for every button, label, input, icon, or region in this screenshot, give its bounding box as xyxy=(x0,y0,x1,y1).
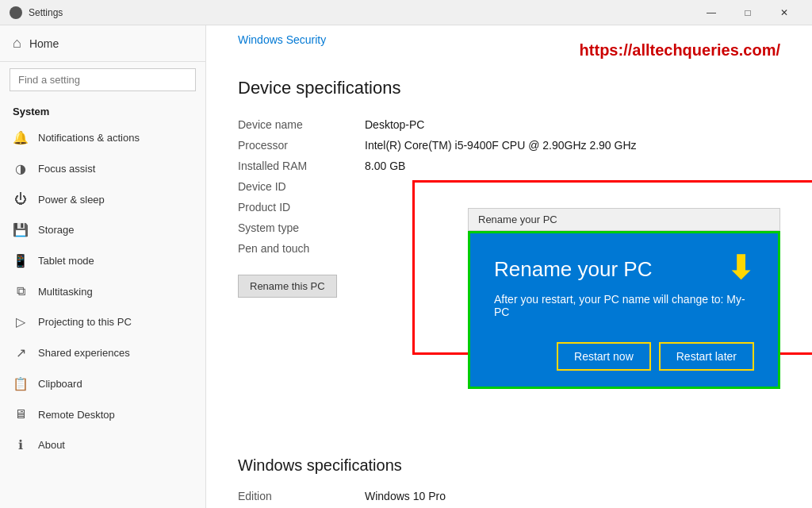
sidebar-item-multitasking[interactable]: ⧉ Multitasking xyxy=(0,276,205,306)
dialog-buttons: Restart now Restart later xyxy=(494,342,754,371)
spec-label: Device ID xyxy=(238,176,365,197)
storage-icon: 💾 xyxy=(13,222,29,237)
spec-label: Processor xyxy=(238,135,365,156)
sidebar-item-clipboard[interactable]: 📋 Clipboard xyxy=(0,368,205,399)
rename-dialog: Rename your PC ⬇ Rename your PC After yo… xyxy=(468,208,780,389)
sidebar-label-tablet: Tablet mode xyxy=(38,255,94,267)
title-bar: Settings — □ ✕ xyxy=(0,0,812,25)
spec-label: Device name xyxy=(238,114,365,135)
title-bar-text: Settings xyxy=(29,7,63,18)
sidebar-item-storage[interactable]: 💾 Storage xyxy=(0,214,205,245)
restart-later-button[interactable]: Restart later xyxy=(659,342,754,371)
spec-value: Desktop-PC xyxy=(365,114,780,135)
sidebar-label-shared: Shared experiences xyxy=(38,347,130,359)
arrow-icon: ⬇ xyxy=(727,249,754,286)
sidebar-label-about: About xyxy=(38,439,65,451)
windows-specs-title: Windows specifications xyxy=(238,456,780,475)
tablet-icon: 📱 xyxy=(13,253,29,268)
sidebar-label-focus: Focus assist xyxy=(38,163,95,175)
dialog-titlebar-text: Rename your PC xyxy=(478,214,557,225)
content-area: https://alltechqueries.com/ Windows Secu… xyxy=(206,25,812,508)
home-label: Home xyxy=(29,37,59,50)
spec-label: Product ID xyxy=(238,197,365,217)
maximize-button[interactable]: □ xyxy=(730,0,766,25)
search-input[interactable] xyxy=(10,68,196,91)
sidebar-label-projecting: Projecting to this PC xyxy=(38,316,132,328)
restart-now-button[interactable]: Restart now xyxy=(557,342,651,371)
app-container: ⌂ Home System 🔔 Notifications & actions … xyxy=(0,25,812,508)
spec-label: System type xyxy=(238,217,365,238)
sidebar-item-shared[interactable]: ↗ Shared experiences xyxy=(0,337,205,368)
minimize-button[interactable]: — xyxy=(693,0,730,25)
spec-value xyxy=(365,176,780,197)
spec-value: 8.00 GB xyxy=(365,156,780,176)
dialog-message: After you restart, your PC name will cha… xyxy=(494,293,754,318)
dialog-titlebar: Rename your PC xyxy=(468,208,780,231)
table-row: Installed RAM 8.00 GB xyxy=(238,156,780,176)
sidebar: ⌂ Home System 🔔 Notifications & actions … xyxy=(0,25,206,508)
spec-value: Windows 10 Pro xyxy=(365,486,780,506)
table-row: Edition Windows 10 Pro xyxy=(238,486,780,506)
table-row: Device name Desktop-PC xyxy=(238,114,780,135)
sidebar-label-notifications: Notifications & actions xyxy=(38,132,140,144)
sidebar-label-multitasking: Multitasking xyxy=(38,286,93,298)
focus-icon: ◑ xyxy=(13,161,29,176)
sidebar-item-focus[interactable]: ◑ Focus assist xyxy=(0,153,205,184)
spec-label: Pen and touch xyxy=(238,238,365,259)
dialog-body: ⬇ Rename your PC After you restart, your… xyxy=(468,231,780,389)
sidebar-section-title: System xyxy=(0,98,205,122)
dialog-title: Rename your PC xyxy=(494,257,754,282)
close-button[interactable]: ✕ xyxy=(766,0,802,25)
about-icon: ℹ xyxy=(13,437,29,452)
app-icon xyxy=(10,6,22,19)
spec-label: Edition xyxy=(238,486,365,506)
table-row: Processor Intel(R) Core(TM) i5-9400F CPU… xyxy=(238,135,780,156)
sidebar-item-notifications[interactable]: 🔔 Notifications & actions xyxy=(0,122,205,153)
rename-pc-button[interactable]: Rename this PC xyxy=(238,275,337,298)
clipboard-icon: 📋 xyxy=(13,376,29,391)
spec-value: Intel(R) Core(TM) i5-9400F CPU @ 2.90GHz… xyxy=(365,135,780,156)
windows-specs-table: Edition Windows 10 Pro Version 1909 Inst… xyxy=(238,486,780,508)
sidebar-label-remote: Remote Desktop xyxy=(38,409,115,421)
sidebar-label-power: Power & sleep xyxy=(38,194,105,206)
remote-icon: 🖥 xyxy=(13,407,29,421)
sidebar-item-tablet[interactable]: 📱 Tablet mode xyxy=(0,245,205,276)
home-icon: ⌂ xyxy=(13,35,21,52)
sidebar-item-about[interactable]: ℹ About xyxy=(0,429,205,460)
spec-label: Installed RAM xyxy=(238,156,365,176)
window-controls: — □ ✕ xyxy=(693,0,802,25)
sidebar-home[interactable]: ⌂ Home xyxy=(0,25,205,62)
sidebar-label-storage: Storage xyxy=(38,224,75,236)
projecting-icon: ▷ xyxy=(13,314,29,329)
sidebar-item-power[interactable]: ⏻ Power & sleep xyxy=(0,184,205,214)
sidebar-item-projecting[interactable]: ▷ Projecting to this PC xyxy=(0,306,205,337)
table-row: Device ID xyxy=(238,176,780,197)
shared-icon: ↗ xyxy=(13,345,29,360)
sidebar-item-remote[interactable]: 🖥 Remote Desktop xyxy=(0,399,205,429)
watermark-link[interactable]: https://alltechqueries.com/ xyxy=(580,41,780,60)
sidebar-label-clipboard: Clipboard xyxy=(38,378,82,390)
device-specs-title: Device specifications xyxy=(238,78,780,98)
power-icon: ⏻ xyxy=(13,192,29,206)
notifications-icon: 🔔 xyxy=(13,130,29,145)
multitasking-icon: ⧉ xyxy=(13,284,29,298)
